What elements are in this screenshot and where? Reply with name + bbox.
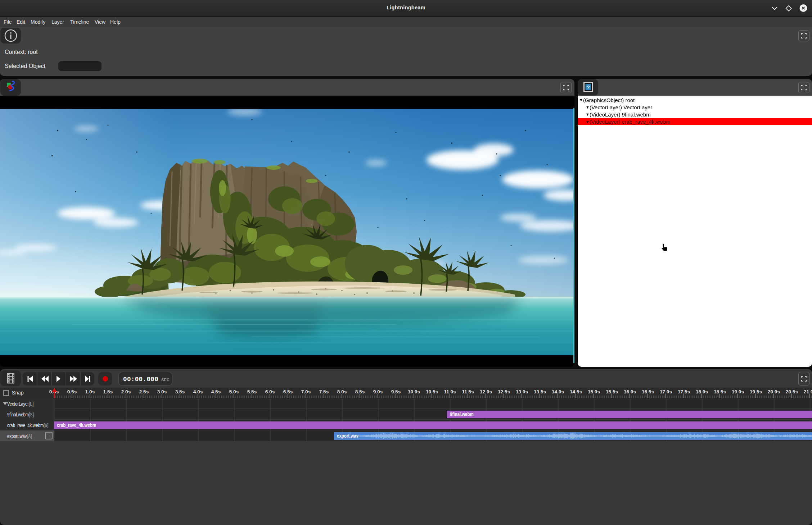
svg-text:?: ? xyxy=(586,84,590,90)
